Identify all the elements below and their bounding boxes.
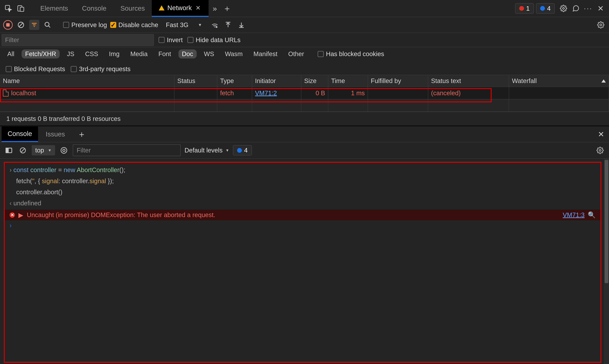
third-party-checkbox[interactable]: 3rd-party requests — [71, 65, 131, 73]
invert-checkbox[interactable]: Invert — [159, 37, 183, 44]
filter-media[interactable]: Media — [127, 50, 151, 58]
download-har-icon[interactable] — [236, 20, 246, 30]
checkbox-checked-icon: ✓ — [110, 22, 116, 28]
feedback-icon[interactable] — [570, 2, 582, 14]
col-name[interactable]: Name — [0, 75, 175, 87]
tab-elements[interactable]: Elements — [33, 0, 75, 17]
filter-manifest[interactable]: Manifest — [250, 50, 281, 58]
filter-js[interactable]: JS — [63, 50, 78, 58]
console-error-line[interactable]: ✕ ▶ Uncaught (in promise) DOMException: … — [5, 210, 600, 220]
cell-waterfall — [509, 87, 609, 99]
drawer-add-tab-icon[interactable]: ＋ — [77, 129, 86, 140]
filter-ws[interactable]: WS — [201, 50, 217, 58]
tab-sources-label: Sources — [120, 5, 145, 12]
cell-initiator[interactable]: VM71:2 — [252, 87, 301, 99]
has-blocked-cookies-checkbox[interactable]: Has blocked cookies — [318, 50, 384, 58]
more-menu-icon[interactable]: ··· — [582, 2, 595, 14]
col-fulfilledby[interactable]: Fulfilled by — [368, 75, 428, 87]
levels-label: Default levels — [184, 147, 222, 154]
clear-icon[interactable] — [16, 20, 26, 30]
filter-all[interactable]: All — [4, 50, 18, 58]
svg-point-9 — [45, 22, 49, 26]
more-tabs-icon[interactable]: » — [209, 2, 221, 14]
col-status[interactable]: Status — [175, 75, 217, 87]
col-statustext[interactable]: Status text — [428, 75, 509, 87]
filter-fetch-xhr[interactable]: Fetch/XHR — [22, 50, 60, 58]
table-row[interactable]: localhost fetch VM71:2 0 B 1 ms (cancele… — [0, 87, 609, 99]
errors-badge[interactable]: 1 — [515, 3, 534, 14]
col-initiator[interactable]: Initiator — [252, 75, 301, 87]
record-button[interactable] — [3, 20, 13, 30]
throttling-value: Fast 3G — [166, 21, 189, 28]
magnify-icon[interactable]: 🔍 — [588, 211, 596, 219]
console-issues-count: 4 — [244, 147, 248, 154]
console-input-line: const controller = new AbortController()… — [5, 164, 600, 175]
toggle-sidebar-icon[interactable] — [4, 145, 14, 156]
filter-wasm[interactable]: Wasm — [221, 50, 246, 58]
search-icon[interactable] — [42, 20, 53, 30]
caret-down-icon: ▼ — [198, 23, 202, 27]
col-size[interactable]: Size — [301, 75, 328, 87]
device-toolbar-icon[interactable] — [14, 2, 27, 14]
cell-name: localhost — [0, 87, 175, 99]
third-party-label: 3rd-party requests — [79, 65, 131, 73]
network-conditions-icon[interactable] — [210, 20, 220, 30]
drawer-tab-console[interactable]: Console — [1, 127, 38, 142]
filter-font[interactable]: Font — [155, 50, 175, 58]
throttling-select[interactable]: Fast 3G ▼ — [162, 20, 206, 29]
filter-other[interactable]: Other — [285, 50, 308, 58]
log-levels-select[interactable]: Default levels ▼ — [184, 147, 229, 154]
filter-css[interactable]: CSS — [82, 50, 102, 58]
issues-badge[interactable]: 4 — [536, 3, 555, 14]
tab-close-icon[interactable]: ✕ — [195, 3, 202, 12]
status-text: 1 requests 0 B transferred 0 B resources — [6, 115, 121, 122]
resource-type-filters: All Fetch/XHR JS CSS Img Media Font Doc … — [0, 47, 609, 75]
scrollbar[interactable] — [604, 159, 609, 364]
preserve-log-label: Preserve log — [71, 21, 107, 28]
error-source-link[interactable]: VM71:3 — [563, 211, 585, 219]
blocked-requests-checkbox[interactable]: Blocked Requests — [6, 65, 65, 73]
live-expression-icon[interactable] — [59, 145, 69, 156]
col-waterfall[interactable]: Waterfall — [509, 75, 609, 87]
expand-triangle-icon[interactable]: ▶ — [18, 211, 23, 219]
devtools-top-tabbar: Elements Console Sources Network ✕ » ＋ 1… — [0, 0, 609, 17]
svg-line-10 — [49, 26, 50, 27]
disable-cache-label: Disable cache — [119, 21, 158, 28]
drawer-close-icon[interactable]: ✕ — [598, 130, 604, 139]
col-type[interactable]: Type — [217, 75, 252, 87]
close-devtools-icon[interactable]: ✕ — [595, 2, 607, 14]
network-status-bar: 1 requests 0 B transferred 0 B resources — [0, 112, 609, 126]
network-request-table: Name Status Type Initiator Size Time Ful… — [0, 75, 609, 112]
console-prompt[interactable]: › — [5, 220, 600, 231]
console-filter-input[interactable] — [73, 144, 181, 156]
console-issues-badge[interactable]: 4 — [233, 145, 252, 156]
console-settings-icon[interactable] — [595, 145, 605, 156]
tab-console[interactable]: Console — [75, 0, 113, 17]
hide-data-urls-label: Hide data URLs — [196, 37, 240, 44]
svg-rect-2 — [20, 7, 24, 12]
upload-har-icon[interactable] — [223, 20, 233, 30]
context-select[interactable]: top ▼ — [32, 145, 55, 156]
console-input-line: fetch('', { signal: controller.signal })… — [5, 175, 600, 186]
filter-input[interactable] — [1, 34, 154, 46]
filter-toggle-icon[interactable] — [29, 20, 39, 30]
inspect-element-icon[interactable] — [2, 2, 14, 14]
errors-count: 1 — [526, 5, 530, 12]
settings-icon[interactable] — [557, 2, 570, 14]
filter-doc[interactable]: Doc — [178, 50, 197, 58]
tab-console-label: Console — [82, 5, 107, 12]
svg-point-21 — [63, 149, 65, 152]
network-settings-icon[interactable] — [596, 20, 606, 30]
add-tab-icon[interactable]: ＋ — [221, 2, 233, 14]
issue-dot-icon — [540, 6, 545, 11]
hide-data-urls-checkbox[interactable]: Hide data URLs — [188, 37, 240, 44]
drawer-tab-issues[interactable]: Issues — [40, 127, 71, 142]
disable-cache-checkbox[interactable]: ✓ Disable cache — [110, 21, 158, 28]
filter-img[interactable]: Img — [106, 50, 123, 58]
tab-sources[interactable]: Sources — [113, 0, 152, 17]
tab-network[interactable]: Network ✕ — [152, 0, 209, 17]
clear-console-icon[interactable] — [18, 145, 28, 156]
preserve-log-checkbox[interactable]: Preserve log — [63, 21, 107, 28]
col-time[interactable]: Time — [328, 75, 368, 87]
cell-type: fetch — [217, 87, 252, 99]
